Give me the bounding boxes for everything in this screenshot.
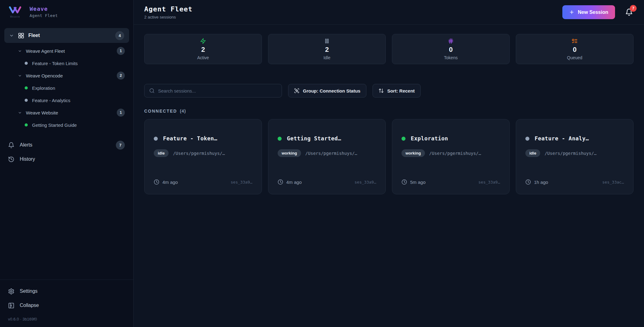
notifications-button[interactable]: 7 (624, 8, 634, 17)
tree-group-label: Weave Website (26, 110, 113, 115)
group-icon (294, 88, 300, 93)
new-session-button[interactable]: New Session (562, 5, 615, 19)
bell-icon (8, 142, 14, 148)
status-badge: working (278, 149, 301, 157)
tree-group-label: Weave Agent Fleet (26, 48, 113, 54)
sidebar-bottom: Settings Collapse v0.6.0 · 3b169f0 (0, 279, 133, 327)
alerts-label: Alerts (20, 142, 111, 148)
brand-subtitle: Agent Fleet (30, 13, 58, 18)
hash-icon (448, 38, 454, 44)
status-badge: working (401, 149, 425, 157)
session-title: Feature - Analy… (535, 135, 589, 142)
status-dot (25, 99, 28, 102)
tree-leaf-feature-analytics[interactable]: Feature - Analytics (0, 94, 133, 106)
tree-leaf-exploration[interactable]: Exploration (0, 82, 133, 94)
status-badge: idle (154, 149, 169, 157)
collapse-label: Collapse (20, 303, 125, 308)
tree-group-weave-opencode[interactable]: Weave Opencode 2 (0, 69, 133, 82)
tree-leaf-label: Feature - Analytics (32, 98, 70, 103)
tree-group-weave-agent-fleet[interactable]: Weave Agent Fleet 1 (0, 45, 133, 57)
session-path: /Users/pgermishuys/… (173, 151, 225, 156)
tree-count-badge: 2 (117, 72, 125, 80)
stat-value: 0 (449, 46, 453, 54)
page-header: Agent Fleet 2 active sessions New Sessio… (134, 0, 644, 25)
sidebar-item-history[interactable]: History (0, 152, 133, 166)
alerts-count-badge: 7 (116, 141, 125, 150)
session-path: /Users/pgermishuys/… (544, 151, 597, 156)
session-time: 4m ago (162, 180, 178, 185)
connected-section-header: CONNECTED (4) (144, 109, 634, 114)
group-by-button[interactable]: Group: Connection Status (288, 84, 366, 97)
tree-group-label: Weave Opencode (26, 73, 113, 78)
session-time: 1h ago (534, 180, 548, 185)
session-id: ses_33a9… (231, 180, 252, 184)
stat-card-active: 2 Active (144, 34, 262, 64)
tree-count-badge: 1 (117, 47, 125, 55)
tree-group-weave-website[interactable]: Weave Website 1 (0, 106, 133, 119)
brand: Weave Weave Agent Fleet (0, 0, 133, 23)
sidebar-item-alerts[interactable]: Alerts 7 (0, 138, 133, 152)
session-id: ses_33a9… (479, 180, 500, 184)
sort-label: Sort: Recent (387, 88, 415, 93)
status-dot (401, 137, 406, 141)
session-card-feature-analytics[interactable]: Feature - Analy… idle /Users/pgermishuys… (516, 119, 634, 194)
status-dot (278, 137, 282, 141)
session-title: Getting Started… (287, 135, 341, 142)
fleet-tree: Weave Agent Fleet 1 Feature - Token Limi… (0, 45, 133, 131)
tree-leaf-getting-started-guide[interactable]: Getting Started Guide (0, 119, 133, 131)
tree-count-badge: 1 (117, 109, 125, 117)
weave-logo-icon: Weave (6, 5, 24, 18)
brand-name: Weave (30, 6, 58, 12)
session-time: 4m ago (286, 180, 302, 185)
group-by-label: Group: Connection Status (303, 88, 361, 93)
clock-icon (401, 179, 407, 185)
layout-grid-icon (18, 32, 24, 39)
session-title: Feature - Token… (163, 135, 218, 142)
search-icon (149, 88, 155, 93)
clock-icon (278, 179, 283, 185)
stats-row: 2 Active 2 Idle 0 Tokens (144, 34, 634, 64)
new-session-label: New Session (578, 10, 608, 15)
history-label: History (20, 156, 125, 162)
content: 2 Active 2 Idle 0 Tokens (134, 25, 644, 327)
session-card-feature-token[interactable]: Feature - Token… idle /Users/pgermishuys… (144, 119, 262, 194)
plus-icon (569, 10, 574, 15)
tree-leaf-label: Getting Started Guide (32, 122, 77, 128)
page-subtitle: 2 active sessions (144, 15, 193, 19)
settings-label: Settings (20, 288, 125, 294)
panel-collapse-icon (8, 302, 14, 309)
sidebar-item-settings[interactable]: Settings (0, 284, 133, 298)
tree-leaf-feature-token-limits[interactable]: Feature - Token Limits (0, 57, 133, 69)
fleet-label: Fleet (28, 33, 111, 38)
bolt-icon (200, 38, 206, 44)
stat-value: 0 (573, 46, 577, 54)
sidebar: Weave Weave Agent Fleet Fleet 4 (0, 0, 134, 327)
sidebar-item-fleet[interactable]: Fleet 4 (4, 28, 129, 43)
page-title: Agent Fleet (144, 5, 193, 13)
session-path: /Users/pgermishuys/… (429, 151, 481, 156)
stat-label: Queued (567, 55, 582, 60)
list-todo-icon (572, 38, 578, 44)
session-card-getting-started[interactable]: Getting Started… working /Users/pgermish… (268, 119, 386, 194)
tree-leaf-label: Exploration (32, 85, 55, 91)
clock-icon (154, 179, 159, 185)
sidebar-item-collapse[interactable]: Collapse (0, 298, 133, 313)
session-card-exploration[interactable]: Exploration working /Users/pgermishuys/…… (392, 119, 510, 194)
chevron-down-icon (18, 49, 22, 53)
session-path: /Users/pgermishuys/… (305, 151, 357, 156)
clock-icon (525, 179, 531, 185)
stat-value: 2 (201, 46, 205, 54)
stat-label: Idle (324, 55, 331, 60)
status-dot (525, 137, 529, 141)
arrow-up-down-icon (378, 88, 384, 93)
chevron-down-icon (18, 74, 22, 78)
sort-button[interactable]: Sort: Recent (373, 84, 421, 97)
session-id: ses_33a9… (355, 180, 376, 184)
connected-count: (4) (180, 109, 186, 114)
search-box[interactable] (144, 84, 282, 97)
chevron-down-icon (9, 33, 14, 38)
status-dot (25, 86, 28, 89)
session-id: ses_33ac… (602, 180, 624, 184)
search-input[interactable] (158, 88, 277, 93)
app-version: v0.6.0 · 3b169f0 (0, 313, 133, 323)
